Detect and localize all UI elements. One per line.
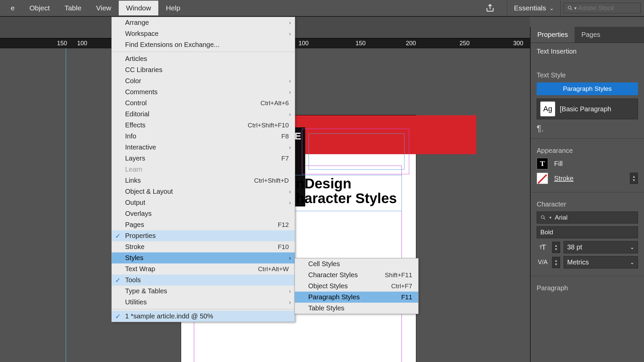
menu-item-links[interactable]: LinksCtrl+Shift+D bbox=[112, 175, 295, 186]
submenu-arrow-icon: › bbox=[289, 144, 291, 150]
stock-search-input[interactable] bbox=[578, 4, 637, 12]
font-family-input[interactable] bbox=[555, 214, 634, 221]
font-size-select[interactable]: 38 pt ⌄ bbox=[564, 241, 638, 253]
submenu-item-table-styles[interactable]: Table Styles bbox=[295, 303, 418, 314]
paragraph-styles-tab[interactable]: Paragraph Styles bbox=[537, 82, 638, 95]
current-style-row[interactable]: Ag [Basic Paragraph bbox=[537, 99, 638, 119]
tab-properties[interactable]: Properties bbox=[531, 27, 575, 43]
menu-item-pages[interactable]: PagesF12 bbox=[112, 219, 295, 230]
check-icon: ✓ bbox=[115, 276, 121, 284]
font-size-stepper[interactable]: ▲▼ bbox=[552, 242, 560, 253]
menu-item-1-sample-article-indd-50[interactable]: ✓1 *sample article.indd @ 50% bbox=[112, 311, 295, 322]
font-size-value: 38 pt bbox=[567, 243, 582, 251]
submenu-item-paragraph-styles[interactable]: Paragraph StylesF11 bbox=[295, 292, 418, 303]
stock-search[interactable]: ▾ bbox=[564, 3, 641, 13]
menu-item-arrange[interactable]: Arrange› bbox=[112, 17, 295, 28]
fill-swatch[interactable]: T bbox=[537, 158, 548, 169]
menu-item-label: Find Extensions on Exchange... bbox=[125, 41, 289, 49]
character-heading: Character bbox=[537, 200, 638, 208]
svg-point-1 bbox=[541, 216, 544, 219]
ruler-tick: 150 bbox=[356, 40, 366, 47]
submenu-item-object-styles[interactable]: Object StylesCtrl+F7 bbox=[295, 281, 418, 292]
menubar: e Object Table View Window Help Essentia… bbox=[0, 0, 644, 17]
menu-item-label: Styles bbox=[125, 254, 289, 262]
menu-item-properties[interactable]: ✓Properties bbox=[112, 230, 295, 241]
kerning-select[interactable]: Metrics ⌄ bbox=[564, 256, 638, 268]
submenu-item-character-styles[interactable]: Character StylesShift+F11 bbox=[295, 269, 418, 281]
menu-item-text-wrap[interactable]: Text WrapCtrl+Alt+W bbox=[112, 263, 295, 275]
window-menu-dropdown: Arrange›Workspace›Find Extensions on Exc… bbox=[111, 17, 295, 322]
menu-shortcut: Ctrl+F7 bbox=[391, 283, 412, 290]
menu-item-output[interactable]: Output› bbox=[112, 197, 295, 208]
pilcrow-icon[interactable]: ¶. bbox=[537, 123, 638, 134]
workspace-switcher[interactable]: Essentials ⌄ bbox=[507, 1, 561, 15]
menu-item-interactive[interactable]: Interactive› bbox=[112, 142, 295, 153]
share-icon[interactable] bbox=[483, 1, 497, 15]
menu-item-label: Info bbox=[125, 132, 271, 140]
title-block-letter: E bbox=[294, 130, 301, 141]
menu-item-label: Articles bbox=[125, 55, 289, 63]
check-icon: ✓ bbox=[115, 232, 121, 240]
font-weight-field[interactable] bbox=[537, 226, 638, 238]
guide-vertical[interactable] bbox=[66, 48, 66, 362]
stroke-weight-stepper[interactable]: ▲▼ bbox=[630, 173, 638, 184]
font-weight-input[interactable] bbox=[540, 229, 634, 236]
menu-item-help[interactable]: Help bbox=[158, 1, 187, 15]
kerning-stepper[interactable]: ▲▼ bbox=[552, 257, 560, 268]
menu-item-editorial[interactable]: Editorial› bbox=[112, 109, 295, 120]
menu-item-info[interactable]: InfoF8 bbox=[112, 131, 295, 142]
menu-item-comments[interactable]: Comments› bbox=[112, 86, 295, 98]
panel-tabs: Properties Pages bbox=[531, 27, 644, 43]
current-style-name: [Basic Paragraph bbox=[560, 105, 611, 113]
menu-item-overlays[interactable]: Overlays bbox=[112, 208, 295, 219]
dropdown-caret-icon: ▾ bbox=[574, 5, 577, 11]
menu-shortcut: Shift+F11 bbox=[385, 272, 412, 279]
tab-pages[interactable]: Pages bbox=[575, 27, 607, 43]
menu-item-e[interactable]: e bbox=[3, 1, 22, 15]
menu-item-label: Control bbox=[125, 99, 251, 107]
menu-item-label: Output bbox=[125, 199, 289, 206]
submenu-item-cell-styles[interactable]: Cell Styles bbox=[295, 258, 418, 269]
menu-item-learn: Learn bbox=[112, 164, 295, 175]
menu-item-object[interactable]: Object bbox=[22, 1, 57, 15]
submenu-arrow-icon: › bbox=[289, 111, 291, 117]
stroke-label[interactable]: Stroke bbox=[554, 175, 574, 182]
menu-shortcut: F12 bbox=[278, 221, 289, 229]
menu-shortcut: F10 bbox=[278, 243, 289, 251]
ruler-tick: 100 bbox=[77, 40, 87, 47]
menu-item-label: Table Styles bbox=[308, 304, 412, 312]
menu-item-object-layout[interactable]: Object & Layout› bbox=[112, 186, 295, 197]
menu-item-label: Color bbox=[125, 77, 289, 85]
submenu-arrow-icon: › bbox=[289, 200, 291, 206]
menu-item-label: Object & Layout bbox=[125, 188, 289, 195]
ruler-tick: 100 bbox=[299, 40, 309, 47]
stroke-swatch[interactable] bbox=[537, 173, 548, 184]
menu-shortcut: Ctrl+Shift+F10 bbox=[248, 122, 289, 129]
menu-item-table[interactable]: Table bbox=[57, 1, 89, 15]
menu-item-workspace[interactable]: Workspace› bbox=[112, 28, 295, 39]
menu-item-label: Interactive bbox=[125, 143, 289, 151]
menu-item-tools[interactable]: ✓Tools bbox=[112, 275, 295, 286]
menu-item-stroke[interactable]: StrokeF10 bbox=[112, 241, 295, 252]
menu-item-effects[interactable]: EffectsCtrl+Shift+F10 bbox=[112, 120, 295, 131]
menu-item-label: Comments bbox=[125, 88, 289, 96]
text-frame[interactable] bbox=[309, 133, 405, 170]
menu-item-view[interactable]: View bbox=[89, 1, 119, 15]
menu-item-utilities[interactable]: Utilities› bbox=[112, 297, 295, 308]
menu-item-control[interactable]: ControlCtrl+Alt+6 bbox=[112, 98, 295, 109]
menu-item-cc-libraries[interactable]: CC Libraries bbox=[112, 64, 295, 75]
text-style-heading: Text Style bbox=[537, 71, 638, 79]
submenu-arrow-icon: › bbox=[289, 288, 291, 294]
menu-item-find-extensions-on-exchange[interactable]: Find Extensions on Exchange... bbox=[112, 39, 295, 50]
menu-item-styles[interactable]: Styles› bbox=[112, 252, 295, 263]
ruler-tick: 150 bbox=[57, 40, 67, 47]
menu-item-layers[interactable]: LayersF7 bbox=[112, 153, 295, 164]
menu-item-window[interactable]: Window bbox=[119, 1, 159, 15]
menu-item-label: CC Libraries bbox=[125, 66, 289, 74]
menu-item-articles[interactable]: Articles bbox=[112, 53, 295, 64]
menu-item-label: Text Wrap bbox=[125, 265, 248, 273]
font-family-field[interactable]: ▾ bbox=[537, 212, 638, 224]
menu-item-type-tables[interactable]: Type & Tables› bbox=[112, 286, 295, 297]
menu-item-color[interactable]: Color› bbox=[112, 75, 295, 86]
search-icon bbox=[540, 215, 546, 221]
